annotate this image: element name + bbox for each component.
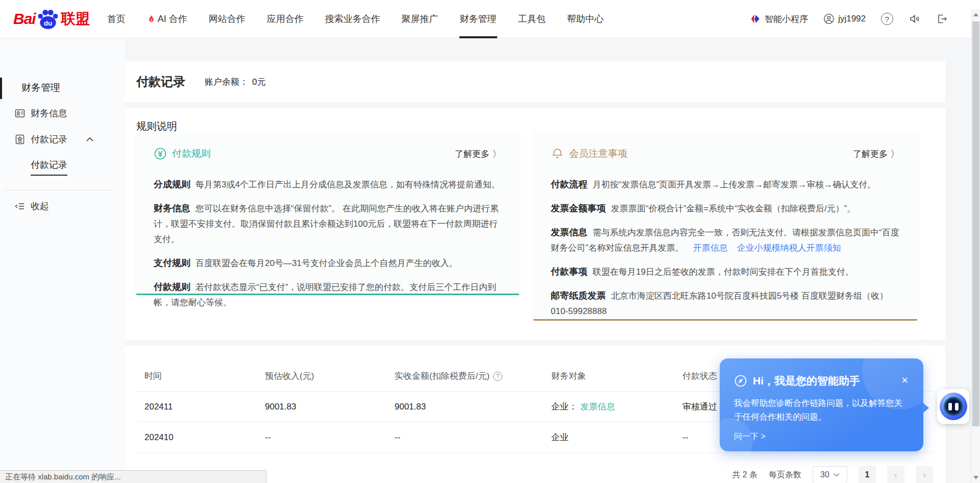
payment-record-icon: [14, 134, 26, 145]
mini-program-label: 智能小程序: [765, 13, 808, 25]
svg-text:du: du: [43, 19, 52, 27]
sidebar-subitem-payment-records[interactable]: 付款记录: [31, 159, 67, 176]
member-notes-card: 会员注意事项 了解更多 〉 付款流程月初按“发票信息”页面开具发票→上传发票→邮…: [533, 133, 917, 321]
help-tooltip-icon[interactable]: ?: [493, 372, 502, 381]
page-size-select[interactable]: 30: [813, 466, 847, 483]
nav-item-app-cooperation[interactable]: 应用合作: [267, 0, 304, 38]
nav-item-search-cooperation[interactable]: 搜索业务合作: [325, 0, 380, 38]
nav-item-label: 工具包: [518, 13, 546, 25]
entity-label: 企业: [551, 431, 569, 443]
collapse-icon: [14, 201, 26, 212]
nav-item-ai-cooperation[interactable]: AI 合作: [147, 0, 187, 38]
popup-pointer: [922, 402, 929, 414]
rule-label: 发票信息: [551, 227, 587, 237]
scrollbar[interactable]: [971, 9, 980, 483]
nav-item-screen-promotion[interactable]: 聚屏推广: [402, 0, 438, 38]
invoice-info-link[interactable]: 开票信息: [693, 243, 728, 253]
nav-item-finance-management[interactable]: 财务管理: [460, 0, 497, 38]
previous-page-button[interactable]: ‹: [887, 466, 904, 483]
sidebar-active-marker: [0, 78, 2, 99]
payment-rules-more-link[interactable]: 了解更多 〉: [455, 148, 502, 160]
chevron-up-icon[interactable]: [86, 137, 94, 142]
assistant-message: 我会帮助您诊断合作链路问题，以及解答您关于任何合作相关的问题。: [734, 396, 908, 424]
logout-icon[interactable]: [936, 13, 948, 25]
compass-icon: [734, 374, 747, 388]
rule-item: 付款规则若付款状态显示“已支付”，说明联盟已安排了您的付款。支付后三个工作日内到…: [154, 279, 502, 310]
cell-finance-entity: 企业: [544, 431, 675, 443]
scroll-down-arrow[interactable]: [973, 476, 978, 479]
sidebar-item-payment-records[interactable]: 付款记录: [0, 131, 125, 148]
close-icon[interactable]: ×: [901, 375, 908, 386]
sound-icon[interactable]: [909, 13, 921, 25]
rule-text: 联盟在每月19日之后签收的发票，付款时间安排在下个月首批支付。: [593, 267, 854, 277]
nav-item-website-cooperation[interactable]: 网站合作: [209, 0, 246, 38]
rule-item: 付款流程月初按“发票信息”页面开具发票→上传发票→邮寄发票→审核→确认支付。: [551, 177, 900, 192]
payment-rules-card-header: 付款规则 了解更多 〉: [154, 146, 502, 161]
finance-info-icon: [14, 108, 26, 119]
invoice-info-cell-link[interactable]: 发票信息: [580, 401, 615, 413]
rule-item: 发票金额事项发票票面“价税合计”金额=系统中“实收金额（扣除税费后/元）”。: [551, 201, 900, 216]
sidebar-collapse-button[interactable]: 收起: [0, 198, 125, 215]
page-size-value: 30: [820, 470, 829, 479]
nav-item-toolkit[interactable]: 工具包: [518, 0, 546, 38]
assistant-ask-link[interactable]: 问一下 >: [734, 431, 909, 442]
nav-item-label: 帮助中心: [567, 13, 604, 25]
scroll-up-arrow[interactable]: [973, 13, 978, 16]
payment-rules-card-title: 付款规则: [172, 147, 211, 160]
assistant-title: Hi，我是您的智能助手: [753, 374, 860, 388]
collapse-label: 收起: [31, 200, 49, 212]
rule-text: 百度联盟会在每月20号—31号支付企业会员上个自然月产生的收入。: [195, 258, 458, 268]
rule-text: 若付款状态显示“已支付”，说明联盟已安排了您的付款。支付后三个工作日内到帐，请您…: [154, 282, 496, 307]
rule-label: 付款事项: [551, 267, 587, 277]
help-icon[interactable]: ?: [881, 13, 893, 25]
robot-eye: [948, 403, 952, 410]
scrollbar-thumb[interactable]: [972, 21, 979, 426]
baidu-union-logo[interactable]: Bai du 联盟: [13, 8, 90, 30]
pagination-total: 共 2 条: [732, 470, 757, 480]
rule-item: 邮寄纸质发票北京市海淀区西北旺东路10号院百度科技园5号楼 百度联盟财务组（收）…: [551, 288, 900, 319]
user-icon: [823, 13, 835, 25]
nav-item-label: 财务管理: [460, 13, 497, 25]
mini-program-icon: [750, 13, 761, 25]
user-account[interactable]: jyj1992: [823, 13, 866, 25]
sidebar-item-finance-info[interactable]: 财务信息: [0, 105, 125, 122]
rule-item: 财务信息您可以在财务信息中选择“保留付款”。 在此期间您产生的收入将在账户内进行…: [154, 201, 502, 247]
column-header-time: 时间: [137, 370, 258, 382]
flame-icon: [147, 14, 156, 24]
more-label: 了解更多: [853, 148, 888, 160]
rule-label: 付款规则: [154, 282, 190, 292]
column-header-estimated-income: 预估收入(元): [258, 370, 387, 382]
rule-label: 发票金额事项: [551, 203, 606, 213]
cell-time: 202411: [137, 402, 258, 412]
rule-text: 每月第3或4个工作日产出上月分成信息及发票信息，如有特殊情况将提前通知。: [195, 180, 500, 189]
logo-text-union: 联盟: [61, 9, 90, 29]
member-notes-card-title: 会员注意事项: [569, 147, 627, 160]
baidu-paw-icon: du: [36, 8, 60, 30]
browser-status-bar: 正在等待 xlab.baidu.com 的响应...: [0, 470, 266, 483]
member-notes-list: 付款流程月初按“发票信息”页面开具发票→上传发票→邮寄发票→审核→确认支付。 发…: [551, 177, 900, 319]
rule-label: 付款流程: [551, 179, 587, 189]
rule-item: 发票信息需与系统内发票信息内容完全一致，否则无法支付。请根据发票信息页面中“百度…: [551, 225, 900, 256]
assistant-robot-button[interactable]: [937, 389, 969, 424]
rule-item: 分成规则每月第3或4个工作日产出上月分成信息及发票信息，如有特殊情况将提前通知。: [154, 177, 502, 192]
cell-received-amount: --: [387, 432, 544, 443]
more-label: 了解更多: [455, 148, 489, 160]
rule-label: 财务信息: [154, 203, 190, 213]
robot-screen: [944, 397, 963, 416]
member-notes-more-link[interactable]: 了解更多 〉: [853, 148, 900, 160]
nav-item-label: AI 合作: [158, 13, 187, 25]
cell-time: 202410: [137, 432, 258, 443]
nav-item-label: 首页: [107, 13, 126, 25]
next-page-button[interactable]: ›: [916, 466, 933, 483]
rule-text: 月初按“发票信息”页面开具发票→上传发票→邮寄发票→审核→确认支付。: [593, 180, 876, 189]
top-nav: Bai du 联盟 首页 AI 合作: [0, 0, 980, 38]
nav-item-home[interactable]: 首页: [107, 0, 126, 38]
mini-program-link[interactable]: 智能小程序: [750, 13, 808, 25]
main-nav: 首页 AI 合作 网站合作 应用合作 搜索业务合作 聚屏推广 财务管理: [107, 0, 604, 38]
payment-rules-card: 付款规则 了解更多 〉 分成规则每月第3或4个工作日产出上月分成信息及发票信息，…: [136, 133, 519, 295]
page-number-button[interactable]: 1: [859, 466, 876, 483]
nav-item-help-center[interactable]: 帮助中心: [567, 0, 604, 38]
nav-item-label: 应用合作: [267, 13, 304, 25]
small-taxpayer-notice-link[interactable]: 企业小规模纳税人开票须知: [737, 243, 841, 253]
nav-right-cluster: 智能小程序 jyj1992 ?: [750, 13, 948, 25]
